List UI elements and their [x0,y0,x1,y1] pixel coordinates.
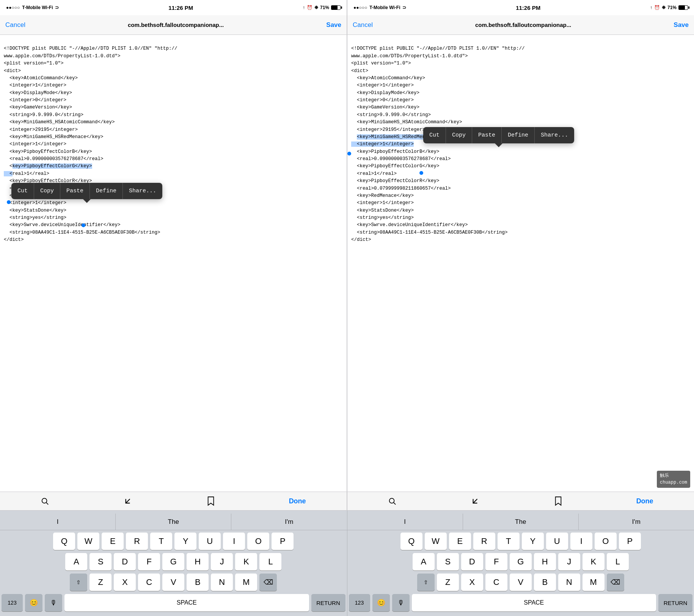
right-save-button[interactable]: Save [674,21,689,29]
right-selection-handle-end[interactable] [419,171,423,175]
right-copy-button[interactable]: Copy [446,127,472,143]
right-cancel-button[interactable]: Cancel [353,21,373,29]
left-pred-im[interactable]: I'm [231,514,347,530]
right-key-l[interactable]: L [607,553,629,570]
left-delete-key[interactable]: ⌫ [259,574,277,591]
left-key-i[interactable]: I [223,533,245,550]
right-key-j[interactable]: J [558,553,580,570]
left-key-f[interactable]: F [138,553,160,570]
left-numbers-key[interactable]: 123 [2,594,23,611]
right-key-m[interactable]: M [583,574,605,591]
right-numbers-key[interactable]: 123 [349,594,370,611]
left-selection-handle-end[interactable] [82,223,85,227]
right-emoji-key[interactable]: 😊 [372,594,390,611]
left-shift-key[interactable]: ⇧ [70,574,87,591]
left-return-key[interactable]: return [311,594,345,611]
left-paste-button[interactable]: Paste [60,183,90,199]
right-key-d[interactable]: D [461,553,483,570]
left-key-n[interactable]: N [211,574,233,591]
right-search-button[interactable] [388,497,396,505]
right-key-f[interactable]: F [485,553,507,570]
right-key-o[interactable]: O [595,533,617,550]
right-key-b[interactable]: B [534,574,556,591]
left-cancel-button[interactable]: Cancel [5,21,25,29]
right-key-t[interactable]: T [498,533,520,550]
right-done-button[interactable]: Done [636,497,653,505]
right-selection-handle-start[interactable] [347,152,351,156]
left-key-c[interactable]: C [138,574,160,591]
right-key-w[interactable]: W [425,533,447,550]
right-key-q[interactable]: Q [400,533,422,550]
right-space-key[interactable]: space [412,594,656,611]
left-arrows-button[interactable] [123,496,133,506]
left-key-y[interactable]: Y [174,533,196,550]
right-key-c[interactable]: C [485,574,507,591]
left-cut-button[interactable]: Cut [11,183,34,199]
left-pred-i[interactable]: I [0,514,116,530]
left-key-u[interactable]: U [199,533,221,550]
left-key-k[interactable]: K [235,553,257,570]
left-save-button[interactable]: Save [326,21,341,29]
right-key-e[interactable]: E [449,533,471,550]
right-key-z[interactable]: Z [437,574,459,591]
right-key-x[interactable]: X [461,574,483,591]
left-copy-button[interactable]: Copy [34,183,60,199]
left-key-o[interactable]: O [247,533,269,550]
left-share-button[interactable]: Share... [123,183,162,199]
left-key-h[interactable]: H [187,553,209,570]
left-key-a[interactable]: A [65,553,87,570]
right-define-button[interactable]: Define [502,127,535,143]
left-selection-handle-start[interactable] [7,200,11,204]
right-delete-key[interactable]: ⌫ [607,574,624,591]
left-key-e[interactable]: E [102,533,124,550]
left-key-r[interactable]: R [126,533,148,550]
left-search-button[interactable] [41,497,49,505]
right-key-p[interactable]: P [619,533,641,550]
right-paste-button[interactable]: Paste [472,127,502,143]
right-pred-the[interactable]: The [463,514,579,530]
left-key-t[interactable]: T [150,533,172,550]
right-key-s[interactable]: S [437,553,459,570]
left-key-q[interactable]: Q [53,533,75,550]
right-pred-im[interactable]: I'm [579,514,694,530]
right-share-button[interactable]: Share... [535,127,574,143]
left-done-button[interactable]: Done [289,497,306,505]
left-key-v[interactable]: V [162,574,184,591]
right-arrows-button[interactable] [470,496,480,506]
left-emoji-key[interactable]: 😊 [25,594,42,611]
right-key-k[interactable]: K [583,553,605,570]
right-shift-key[interactable]: ⇧ [417,574,435,591]
left-define-button[interactable]: Define [90,183,123,199]
left-key-g[interactable]: G [162,553,184,570]
right-key-r[interactable]: R [473,533,495,550]
right-key-n[interactable]: N [558,574,580,591]
left-bookmark-button[interactable] [207,496,215,506]
right-key-y[interactable]: Y [522,533,544,550]
left-key-j[interactable]: J [211,553,233,570]
left-space-key[interactable]: space [64,594,309,611]
right-key-h[interactable]: H [534,553,556,570]
right-return-key[interactable]: return [658,594,692,611]
left-key-x[interactable]: X [114,574,136,591]
left-pred-the[interactable]: The [116,514,231,530]
left-editor[interactable]: Cut Copy Paste Define Share... <!DOCTYPE… [0,35,347,492]
right-key-u[interactable]: U [546,533,568,550]
left-key-b[interactable]: B [187,574,209,591]
left-key-l[interactable]: L [259,553,281,570]
right-key-a[interactable]: A [413,553,435,570]
right-editor[interactable]: Cut Copy Paste Define Share... <!DOCTYPE… [347,35,694,492]
right-bookmark-button[interactable] [554,496,562,506]
left-key-d[interactable]: D [114,553,136,570]
left-key-p[interactable]: P [272,533,294,550]
right-cut-button[interactable]: Cut [423,127,446,143]
left-key-w[interactable]: W [77,533,99,550]
left-mic-key[interactable]: 🎙 [45,594,62,611]
right-pred-i[interactable]: I [347,514,463,530]
right-mic-key[interactable]: 🎙 [392,594,410,611]
left-key-s[interactable]: S [89,553,111,570]
left-key-m[interactable]: M [235,574,257,591]
right-key-v[interactable]: V [510,574,532,591]
left-key-z[interactable]: Z [89,574,111,591]
right-key-i[interactable]: I [570,533,592,550]
right-key-g[interactable]: G [510,553,532,570]
